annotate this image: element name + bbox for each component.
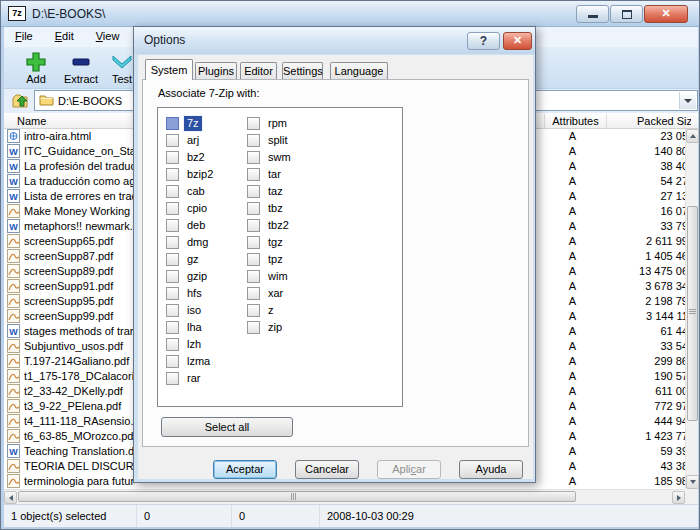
pdf-file-icon <box>7 384 21 398</box>
checkbox-rar[interactable] <box>166 372 179 385</box>
word-file-icon: W <box>7 189 21 203</box>
minimize-button[interactable] <box>576 5 609 23</box>
horizontal-scroll-thumb[interactable] <box>18 491 576 502</box>
checkbox-hfs[interactable] <box>166 287 179 300</box>
toolbar-add-button[interactable]: Add <box>16 50 56 87</box>
column-divider[interactable] <box>606 114 607 128</box>
add-icon <box>16 51 56 73</box>
checkbox-tgz[interactable] <box>247 236 260 249</box>
select-all-button[interactable]: Select all <box>161 417 293 437</box>
checkbox-tbz[interactable] <box>247 202 260 215</box>
svg-text:W: W <box>9 327 18 337</box>
aceptar-button[interactable]: Aceptar <box>213 460 277 479</box>
file-name: Make Money Working Fre <box>24 205 135 217</box>
extension-label: tbz2 <box>265 218 292 233</box>
vertical-scroll-thumb[interactable] <box>687 206 698 421</box>
checkbox-gzip[interactable] <box>166 270 179 283</box>
file-packed-size: 38 40 <box>580 160 685 172</box>
file-packed-size: 2 611 99 <box>580 235 685 247</box>
checkbox-lha[interactable] <box>166 321 179 334</box>
column-header-packed-size[interactable]: Packed Size <box>637 115 691 127</box>
checkbox-gz[interactable] <box>166 253 179 266</box>
menu-file[interactable]: File <box>4 27 44 47</box>
checkbox-tbz2[interactable] <box>247 219 260 232</box>
checkbox-lzh[interactable] <box>166 338 179 351</box>
checkbox-taz[interactable] <box>247 185 260 198</box>
file-name: screenSupp95.pdf <box>24 295 135 307</box>
file-packed-size: 23 05 <box>580 130 685 142</box>
cancelar-button[interactable]: Cancelar <box>295 460 359 479</box>
file-name: t2_33-42_DKelly.pdf <box>24 385 135 397</box>
checkbox-tar[interactable] <box>247 168 260 181</box>
tab-settings[interactable]: Settings <box>282 62 323 80</box>
file-name: ITC_Guidance_on_Standa <box>24 145 135 157</box>
checkbox-xar[interactable] <box>247 287 260 300</box>
tab-editor[interactable]: Editor <box>240 62 277 80</box>
checkbox-lzma[interactable] <box>166 355 179 368</box>
vertical-scrollbar[interactable] <box>685 129 698 489</box>
checkbox-arj[interactable] <box>166 134 179 147</box>
pdf-file-icon <box>7 234 21 248</box>
file-packed-size: 1 405 46 <box>580 250 685 262</box>
checkbox-split[interactable] <box>247 134 260 147</box>
file-packed-size: 61 44 <box>580 325 685 337</box>
extension-label: xar <box>265 286 286 301</box>
dialog-help-button[interactable]: ? <box>467 32 500 50</box>
pdf-file-icon <box>7 354 21 368</box>
file-packed-size: 444 94 <box>580 415 685 427</box>
file-name: terminologia para futuros <box>24 475 135 487</box>
maximize-button[interactable] <box>610 5 643 23</box>
extension-label: lzh <box>184 337 204 352</box>
checkbox-7z[interactable] <box>166 117 179 130</box>
word-file-icon: W <box>7 174 21 188</box>
ayuda-button[interactable]: Ayuda <box>459 460 523 479</box>
pdf-file-icon <box>7 294 21 308</box>
close-button[interactable]: ✕ <box>644 5 688 23</box>
extension-label: swm <box>265 150 294 165</box>
checkbox-cpio[interactable] <box>166 202 179 215</box>
up-one-level-button[interactable] <box>6 90 33 111</box>
menu-edit[interactable]: Edit <box>44 27 85 47</box>
checkbox-dmg[interactable] <box>166 236 179 249</box>
tab-language[interactable]: Language <box>330 62 388 80</box>
scroll-up-button[interactable] <box>686 129 699 143</box>
checkbox-zip[interactable] <box>247 321 260 334</box>
file-packed-size: 185 98 <box>580 475 685 487</box>
file-name: t4_111-118_RAsensio.pd <box>24 415 135 427</box>
checkbox-rpm[interactable] <box>247 117 260 130</box>
checkbox-bzip2[interactable] <box>166 168 179 181</box>
checkbox-z[interactable] <box>247 304 260 317</box>
file-packed-size: 13 475 06 <box>580 265 685 277</box>
column-header-attributes[interactable]: Attributes <box>545 115 606 127</box>
address-dropdown-button[interactable] <box>679 92 696 109</box>
menu-view[interactable]: View <box>85 27 131 47</box>
extension-label: zip <box>265 320 285 335</box>
checkbox-wim[interactable] <box>247 270 260 283</box>
checkbox-bz2[interactable] <box>166 151 179 164</box>
tab-system[interactable]: System <box>145 59 193 80</box>
checkbox-cab[interactable] <box>166 185 179 198</box>
file-name: TEORIA DEL DISCURSO.p <box>24 460 135 472</box>
checkbox-deb[interactable] <box>166 219 179 232</box>
pdf-file-icon <box>7 264 21 278</box>
horizontal-scrollbar[interactable] <box>4 489 685 504</box>
checkbox-iso[interactable] <box>166 304 179 317</box>
checkbox-tpz[interactable] <box>247 253 260 266</box>
checkbox-swm[interactable] <box>247 151 260 164</box>
svg-text:W: W <box>9 162 18 172</box>
column-header-name[interactable]: Name <box>17 115 46 127</box>
maximize-icon <box>622 10 632 19</box>
dialog-close-button[interactable]: ✕ <box>503 32 532 50</box>
file-name: t1_175-178_DCalacoris.p <box>24 370 135 382</box>
toolbar-extract-button[interactable]: Extract <box>58 50 104 87</box>
word-file-icon: W <box>7 444 21 458</box>
extensions-listbox[interactable]: 7zarjbz2bzip2cabcpiodebdmggzgziphfsisolh… <box>157 107 403 407</box>
svg-text:W: W <box>9 222 18 232</box>
tab-plugins[interactable]: Plugins <box>195 62 237 80</box>
status-panel: 0 <box>137 505 232 527</box>
scroll-down-button[interactable] <box>686 475 699 489</box>
scroll-left-button[interactable] <box>4 491 17 504</box>
scroll-right-button[interactable] <box>672 491 685 504</box>
pdf-file-icon <box>7 279 21 293</box>
extension-label: split <box>265 133 291 148</box>
